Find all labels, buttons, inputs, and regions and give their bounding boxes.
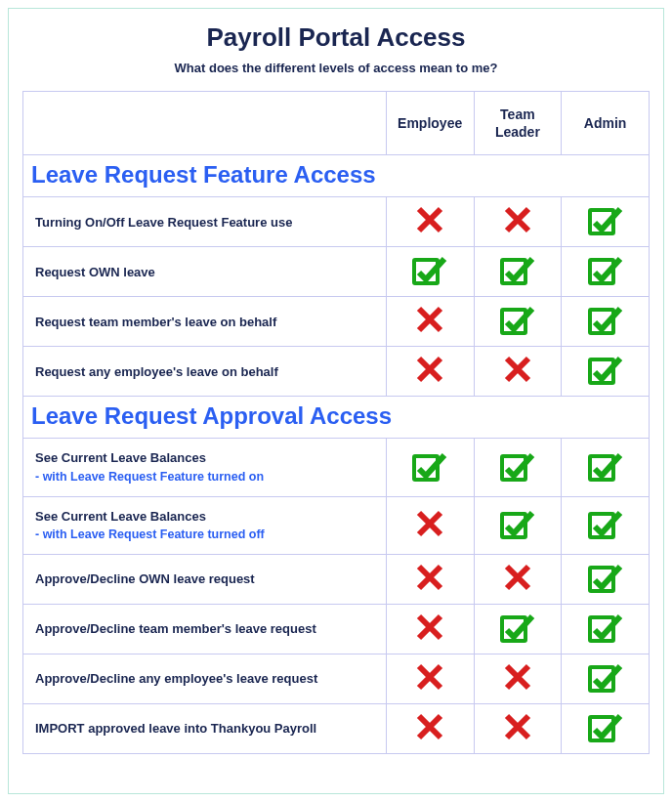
- check-icon: [499, 449, 536, 486]
- access-cell: [386, 297, 474, 347]
- feature-label-cell: Request any employee's leave on behalf: [23, 347, 387, 397]
- access-cell: [386, 197, 474, 247]
- table-row: Approve/Decline any employee's leave req…: [23, 654, 650, 703]
- access-cell: [474, 604, 562, 654]
- access-table: Employee Team Leader Admin Leave Request…: [22, 91, 650, 754]
- access-cell: [474, 347, 562, 397]
- cross-icon: [415, 612, 444, 646]
- access-cell: [562, 703, 650, 753]
- feature-label: IMPORT approved leave into Thankyou Payr…: [35, 721, 316, 736]
- cross-icon: [415, 712, 444, 745]
- page-subtitle: What does the different levels of access…: [22, 61, 650, 75]
- access-cell: [562, 554, 650, 604]
- feature-label-cell: See Current Leave Balances - with Leave …: [23, 439, 387, 496]
- section-heading: Leave Request Feature Access: [23, 155, 650, 197]
- header-row: Employee Team Leader Admin: [23, 92, 650, 155]
- feature-label-cell: See Current Leave Balances - with Leave …: [23, 496, 387, 554]
- access-cell: [386, 439, 474, 496]
- check-icon: [587, 660, 624, 697]
- access-cell: [562, 654, 650, 703]
- access-cell: [474, 654, 562, 703]
- feature-label: Turning On/Off Leave Request Feature use: [35, 215, 292, 230]
- feature-label-cell: Request OWN leave: [23, 247, 387, 297]
- section-heading-row: Leave Request Feature Access: [23, 155, 650, 197]
- cross-icon: [503, 563, 532, 596]
- access-cell: [386, 554, 474, 604]
- access-cell: [386, 496, 474, 554]
- check-icon: [587, 253, 624, 290]
- feature-label-cell: Approve/Decline OWN leave request: [23, 554, 387, 604]
- check-icon: [499, 611, 536, 648]
- feature-label-cell: IMPORT approved leave into Thankyou Payr…: [23, 703, 387, 753]
- feature-label-cell: Turning On/Off Leave Request Feature use: [23, 197, 387, 247]
- check-icon: [499, 253, 536, 290]
- section-heading: Leave Request Approval Access: [23, 397, 650, 439]
- check-icon: [587, 353, 624, 390]
- cross-icon: [503, 355, 532, 388]
- cross-icon: [415, 662, 444, 696]
- feature-label: See Current Leave Balances: [35, 509, 206, 524]
- access-cell: [474, 703, 562, 753]
- check-icon: [587, 303, 624, 340]
- cross-icon: [415, 355, 444, 388]
- access-cell: [474, 554, 562, 604]
- table-row: IMPORT approved leave into Thankyou Payr…: [23, 703, 650, 753]
- check-icon: [499, 507, 536, 544]
- access-cell: [386, 604, 474, 654]
- feature-label-cell: Approve/Decline team member's leave requ…: [23, 604, 387, 654]
- header-role-team-leader: Team Leader: [474, 92, 562, 155]
- access-cell: [386, 654, 474, 703]
- cross-icon: [503, 712, 532, 745]
- access-cell: [474, 197, 562, 247]
- table-row: Request any employee's leave on behalf: [23, 347, 650, 397]
- feature-label: Request OWN leave: [35, 265, 155, 279]
- header-blank: [23, 92, 387, 155]
- access-cell: [562, 297, 650, 347]
- access-cell: [474, 297, 562, 347]
- table-row: See Current Leave Balances - with Leave …: [23, 439, 650, 496]
- feature-label-cell: Request team member's leave on behalf: [23, 297, 387, 347]
- check-icon: [587, 710, 624, 747]
- access-cell: [386, 347, 474, 397]
- page-title: Payroll Portal Access: [22, 22, 650, 53]
- feature-subnote: - with Leave Request Feature turned off: [35, 526, 374, 544]
- cross-icon: [415, 563, 444, 596]
- header-role-admin: Admin: [562, 92, 650, 155]
- check-icon: [587, 561, 624, 598]
- access-cell: [562, 347, 650, 397]
- table-row: Turning On/Off Leave Request Feature use: [23, 197, 650, 247]
- feature-label: Request any employee's leave on behalf: [35, 364, 278, 379]
- header-role-employee: Employee: [386, 92, 474, 155]
- cross-icon: [415, 509, 444, 542]
- check-icon: [411, 449, 448, 486]
- cross-icon: [415, 305, 444, 338]
- table-row: Approve/Decline OWN leave request: [23, 554, 650, 604]
- check-icon: [587, 611, 624, 648]
- cross-icon: [503, 205, 532, 238]
- access-cell: [474, 247, 562, 297]
- check-icon: [499, 303, 536, 340]
- cross-icon: [415, 205, 444, 238]
- table-row: Request team member's leave on behalf: [23, 297, 650, 347]
- feature-subnote: - with Leave Request Feature turned on: [35, 468, 374, 486]
- access-cell: [562, 439, 650, 496]
- table-row: Approve/Decline team member's leave requ…: [23, 604, 650, 654]
- check-icon: [587, 507, 624, 544]
- feature-label-cell: Approve/Decline any employee's leave req…: [23, 654, 387, 703]
- feature-label: Approve/Decline team member's leave requ…: [35, 621, 316, 636]
- feature-label: Approve/Decline any employee's leave req…: [35, 671, 317, 686]
- access-cell: [386, 703, 474, 753]
- section-heading-row: Leave Request Approval Access: [23, 397, 650, 439]
- table-row: Request OWN leave: [23, 247, 650, 297]
- feature-label: Request team member's leave on behalf: [35, 315, 276, 329]
- feature-label: Approve/Decline OWN leave request: [35, 571, 255, 586]
- access-cell: [474, 439, 562, 496]
- access-cell: [562, 197, 650, 247]
- access-cell: [562, 247, 650, 297]
- check-icon: [587, 449, 624, 486]
- access-cell: [562, 496, 650, 554]
- page-frame: Payroll Portal Access What does the diff…: [8, 8, 664, 794]
- access-cell: [562, 604, 650, 654]
- cross-icon: [503, 662, 532, 696]
- access-cell: [474, 496, 562, 554]
